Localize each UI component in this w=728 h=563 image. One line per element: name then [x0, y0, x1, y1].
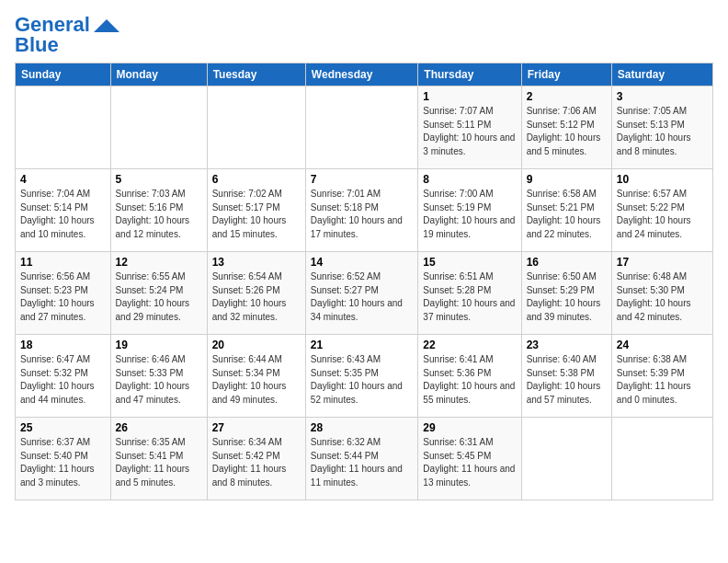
day-cell — [16, 86, 111, 169]
day-cell: 3Sunrise: 7:05 AM Sunset: 5:13 PM Daylig… — [611, 86, 712, 169]
day-info: Sunrise: 6:43 AM Sunset: 5:35 PM Dayligh… — [311, 353, 414, 407]
day-cell — [611, 418, 712, 500]
day-cell: 4Sunrise: 7:04 AM Sunset: 5:14 PM Daylig… — [16, 169, 111, 252]
day-cell: 1Sunrise: 7:07 AM Sunset: 5:11 PM Daylig… — [418, 86, 521, 169]
day-cell: 2Sunrise: 7:06 AM Sunset: 5:12 PM Daylig… — [521, 86, 611, 169]
day-cell: 17Sunrise: 6:48 AM Sunset: 5:30 PM Dayli… — [611, 252, 712, 335]
day-number: 6 — [212, 173, 301, 186]
header-wednesday: Wednesday — [305, 63, 418, 86]
day-cell: 7Sunrise: 7:01 AM Sunset: 5:18 PM Daylig… — [305, 169, 418, 252]
day-cell: 25Sunrise: 6:37 AM Sunset: 5:40 PM Dayli… — [16, 418, 111, 500]
day-info: Sunrise: 7:07 AM Sunset: 5:11 PM Dayligh… — [423, 105, 516, 158]
day-info: Sunrise: 6:40 AM Sunset: 5:38 PM Dayligh… — [527, 353, 607, 407]
day-cell: 11Sunrise: 6:56 AM Sunset: 5:23 PM Dayli… — [16, 252, 111, 335]
day-number: 19 — [116, 339, 202, 351]
day-number: 16 — [527, 256, 607, 269]
day-info: Sunrise: 6:51 AM Sunset: 5:28 PM Dayligh… — [423, 270, 516, 324]
day-number: 2 — [527, 90, 607, 103]
day-number: 20 — [212, 339, 301, 351]
day-number: 7 — [311, 173, 414, 186]
header-thursday: Thursday — [418, 63, 521, 86]
day-info: Sunrise: 7:01 AM Sunset: 5:18 PM Dayligh… — [311, 188, 414, 241]
day-cell: 19Sunrise: 6:46 AM Sunset: 5:33 PM Dayli… — [110, 335, 207, 418]
day-info: Sunrise: 6:58 AM Sunset: 5:21 PM Dayligh… — [527, 188, 607, 241]
day-number: 3 — [617, 90, 708, 103]
day-info: Sunrise: 6:31 AM Sunset: 5:45 PM Dayligh… — [423, 436, 516, 489]
day-cell: 22Sunrise: 6:41 AM Sunset: 5:36 PM Dayli… — [418, 335, 521, 418]
header-sunday: Sunday — [16, 63, 111, 86]
day-cell: 5Sunrise: 7:03 AM Sunset: 5:16 PM Daylig… — [110, 169, 207, 252]
week-row: 1Sunrise: 7:07 AM Sunset: 5:11 PM Daylig… — [16, 86, 713, 169]
day-number: 29 — [423, 421, 516, 434]
day-cell: 24Sunrise: 6:38 AM Sunset: 5:39 PM Dayli… — [611, 335, 712, 418]
day-cell: 15Sunrise: 6:51 AM Sunset: 5:28 PM Dayli… — [418, 252, 521, 335]
day-number: 12 — [116, 256, 202, 269]
logo-text: GeneralBlue — [15, 15, 90, 55]
day-info: Sunrise: 6:44 AM Sunset: 5:34 PM Dayligh… — [212, 353, 301, 407]
day-cell: 21Sunrise: 6:43 AM Sunset: 5:35 PM Dayli… — [305, 335, 418, 418]
day-cell — [521, 418, 611, 500]
header-row: SundayMondayTuesdayWednesdayThursdayFrid… — [16, 63, 713, 86]
header-saturday: Saturday — [611, 63, 712, 86]
day-info: Sunrise: 6:55 AM Sunset: 5:24 PM Dayligh… — [116, 270, 202, 324]
day-info: Sunrise: 6:46 AM Sunset: 5:33 PM Dayligh… — [116, 353, 202, 407]
day-cell: 20Sunrise: 6:44 AM Sunset: 5:34 PM Dayli… — [207, 335, 305, 418]
day-number: 24 — [617, 339, 708, 351]
day-number: 27 — [212, 421, 301, 434]
day-info: Sunrise: 7:02 AM Sunset: 5:17 PM Dayligh… — [212, 188, 301, 241]
calendar-table: SundayMondayTuesdayWednesdayThursdayFrid… — [15, 63, 713, 500]
day-cell — [110, 86, 207, 169]
day-cell: 9Sunrise: 6:58 AM Sunset: 5:21 PM Daylig… — [521, 169, 611, 252]
day-number: 13 — [212, 256, 301, 269]
day-cell: 28Sunrise: 6:32 AM Sunset: 5:44 PM Dayli… — [305, 418, 418, 500]
day-number: 15 — [423, 256, 516, 269]
svg-marker-0 — [94, 19, 119, 32]
day-info: Sunrise: 6:54 AM Sunset: 5:26 PM Dayligh… — [212, 270, 301, 324]
day-cell: 26Sunrise: 6:35 AM Sunset: 5:41 PM Dayli… — [110, 418, 207, 500]
day-cell: 10Sunrise: 6:57 AM Sunset: 5:22 PM Dayli… — [611, 169, 712, 252]
header-friday: Friday — [521, 63, 611, 86]
day-info: Sunrise: 6:41 AM Sunset: 5:36 PM Dayligh… — [423, 353, 516, 407]
day-cell: 18Sunrise: 6:47 AM Sunset: 5:32 PM Dayli… — [16, 335, 111, 418]
day-number: 18 — [20, 339, 106, 351]
day-number: 28 — [311, 421, 414, 434]
day-cell: 23Sunrise: 6:40 AM Sunset: 5:38 PM Dayli… — [521, 335, 611, 418]
day-info: Sunrise: 6:48 AM Sunset: 5:30 PM Dayligh… — [617, 270, 708, 324]
day-cell: 12Sunrise: 6:55 AM Sunset: 5:24 PM Dayli… — [110, 252, 207, 335]
day-info: Sunrise: 6:57 AM Sunset: 5:22 PM Dayligh… — [617, 188, 708, 241]
day-cell: 27Sunrise: 6:34 AM Sunset: 5:42 PM Dayli… — [207, 418, 305, 500]
day-cell: 29Sunrise: 6:31 AM Sunset: 5:45 PM Dayli… — [418, 418, 521, 500]
day-number: 10 — [617, 173, 708, 186]
day-cell: 6Sunrise: 7:02 AM Sunset: 5:17 PM Daylig… — [207, 169, 305, 252]
day-number: 8 — [423, 173, 516, 186]
day-number: 9 — [527, 173, 607, 186]
day-number: 21 — [311, 339, 414, 351]
header-tuesday: Tuesday — [207, 63, 305, 86]
day-cell — [305, 86, 418, 169]
page-header: GeneralBlue — [15, 15, 713, 55]
day-number: 1 — [423, 90, 516, 103]
day-number: 23 — [527, 339, 607, 351]
week-row: 25Sunrise: 6:37 AM Sunset: 5:40 PM Dayli… — [16, 418, 713, 500]
day-info: Sunrise: 6:52 AM Sunset: 5:27 PM Dayligh… — [311, 270, 414, 324]
day-number: 25 — [20, 421, 106, 434]
day-cell: 16Sunrise: 6:50 AM Sunset: 5:29 PM Dayli… — [521, 252, 611, 335]
day-cell: 8Sunrise: 7:00 AM Sunset: 5:19 PM Daylig… — [418, 169, 521, 252]
day-cell: 14Sunrise: 6:52 AM Sunset: 5:27 PM Dayli… — [305, 252, 418, 335]
day-cell — [207, 86, 305, 169]
day-number: 26 — [116, 421, 202, 434]
week-row: 11Sunrise: 6:56 AM Sunset: 5:23 PM Dayli… — [16, 252, 713, 335]
day-info: Sunrise: 6:34 AM Sunset: 5:42 PM Dayligh… — [212, 436, 301, 489]
day-number: 4 — [20, 173, 106, 186]
day-info: Sunrise: 7:06 AM Sunset: 5:12 PM Dayligh… — [527, 105, 607, 158]
day-info: Sunrise: 6:37 AM Sunset: 5:40 PM Dayligh… — [20, 436, 106, 489]
day-info: Sunrise: 6:56 AM Sunset: 5:23 PM Dayligh… — [20, 270, 106, 324]
day-info: Sunrise: 7:04 AM Sunset: 5:14 PM Dayligh… — [20, 188, 106, 241]
day-info: Sunrise: 6:47 AM Sunset: 5:32 PM Dayligh… — [20, 353, 106, 407]
day-cell: 13Sunrise: 6:54 AM Sunset: 5:26 PM Dayli… — [207, 252, 305, 335]
day-number: 22 — [423, 339, 516, 351]
day-info: Sunrise: 6:38 AM Sunset: 5:39 PM Dayligh… — [617, 353, 708, 407]
day-info: Sunrise: 7:03 AM Sunset: 5:16 PM Dayligh… — [116, 188, 202, 241]
week-row: 4Sunrise: 7:04 AM Sunset: 5:14 PM Daylig… — [16, 169, 713, 252]
header-monday: Monday — [110, 63, 207, 86]
